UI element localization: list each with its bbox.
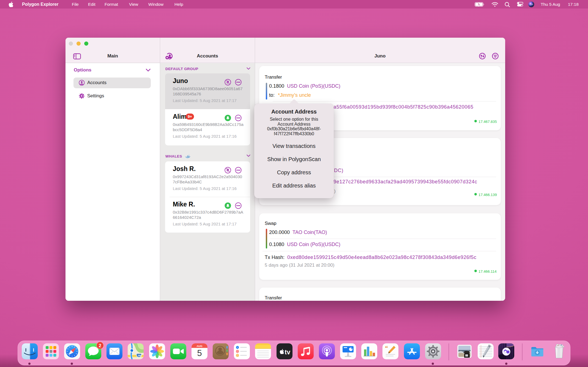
svg-text:5: 5	[197, 348, 202, 358]
svg-text:“: “	[385, 344, 388, 351]
svg-text:280: 280	[138, 354, 141, 357]
svg-text:AUG: AUG	[196, 344, 202, 347]
svg-text:tv: tv	[285, 349, 290, 356]
